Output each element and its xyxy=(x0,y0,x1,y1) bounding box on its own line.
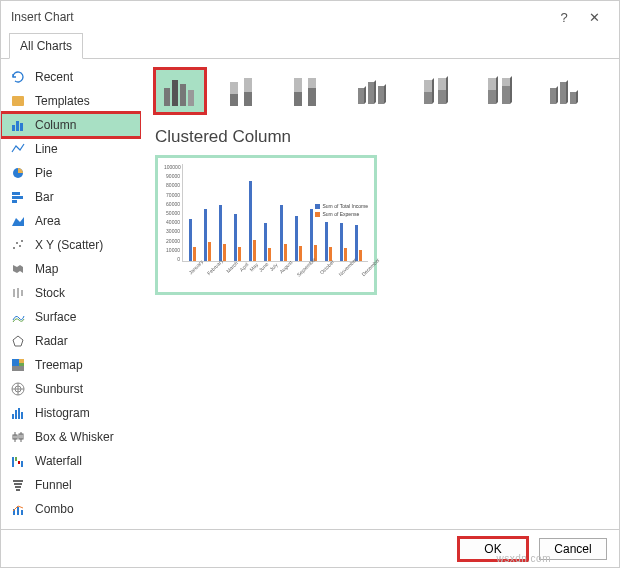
svg-rect-49 xyxy=(230,94,238,106)
chart-preview[interactable]: 0100002000030000400005000060000700008000… xyxy=(155,155,377,295)
subtype-3d-column[interactable] xyxy=(539,69,589,113)
radar-icon xyxy=(9,334,27,348)
funnel-icon xyxy=(9,478,27,492)
sidebar-item-label: Waterfall xyxy=(35,454,82,468)
sidebar-item-label: Sunburst xyxy=(35,382,83,396)
chart-legend: Sum of Total IncomeSum of Expense xyxy=(315,203,369,219)
svg-rect-18 xyxy=(19,359,24,363)
svg-rect-59 xyxy=(368,82,374,104)
column-icon xyxy=(9,118,27,132)
svg-rect-57 xyxy=(358,88,364,104)
subtype-3d-clustered-column[interactable] xyxy=(347,69,397,113)
svg-rect-3 xyxy=(20,123,23,131)
svg-marker-71 xyxy=(496,76,498,104)
subtype-stacked-column[interactable] xyxy=(219,69,269,113)
ok-button[interactable]: OK xyxy=(459,538,527,560)
sidebar-item-map[interactable]: Map xyxy=(1,257,141,281)
svg-rect-79 xyxy=(570,92,576,104)
svg-rect-70 xyxy=(488,90,496,104)
svg-rect-36 xyxy=(21,461,23,467)
help-button[interactable]: ? xyxy=(549,7,579,27)
svg-rect-37 xyxy=(13,480,23,482)
subtype-clustered-column[interactable] xyxy=(155,69,205,113)
svg-rect-38 xyxy=(14,483,22,485)
sidebar-item-xy[interactable]: X Y (Scatter) xyxy=(1,233,141,257)
sidebar-item-label: Column xyxy=(35,118,76,132)
sidebar-item-area[interactable]: Area xyxy=(1,209,141,233)
sidebar: RecentTemplatesColumnLinePieBarAreaX Y (… xyxy=(1,59,141,519)
sidebar-item-stock[interactable]: Stock xyxy=(1,281,141,305)
sidebar-item-pie[interactable]: Pie xyxy=(1,161,141,185)
sidebar-item-surface[interactable]: Surface xyxy=(1,305,141,329)
sidebar-item-bar[interactable]: Bar xyxy=(1,185,141,209)
sidebar-item-treemap[interactable]: Treemap xyxy=(1,353,141,377)
subtype-3d-stacked-column[interactable] xyxy=(411,69,461,113)
close-button[interactable]: ✕ xyxy=(579,7,609,27)
xy-icon xyxy=(9,238,27,252)
histogram-icon xyxy=(9,406,27,420)
sidebar-item-line[interactable]: Line xyxy=(1,137,141,161)
svg-rect-55 xyxy=(308,88,316,106)
preview-title: Clustered Column xyxy=(155,127,605,147)
svg-rect-27 xyxy=(18,408,20,419)
treemap-icon xyxy=(9,358,27,372)
svg-rect-17 xyxy=(12,359,19,366)
stock-icon xyxy=(9,286,27,300)
svg-rect-40 xyxy=(16,489,20,491)
svg-rect-45 xyxy=(172,80,178,106)
sidebar-item-recent[interactable]: Recent xyxy=(1,65,141,89)
svg-rect-67 xyxy=(438,90,446,104)
sidebar-item-column[interactable]: Column xyxy=(1,113,141,137)
svg-rect-7 xyxy=(12,200,17,203)
y-axis: 0100002000030000400005000060000700008000… xyxy=(164,164,182,262)
cancel-button[interactable]: Cancel xyxy=(539,538,607,560)
sidebar-item-label: Combo xyxy=(35,502,74,516)
svg-rect-0 xyxy=(12,96,24,106)
sidebar-item-funnel[interactable]: Funnel xyxy=(1,473,141,497)
sidebar-item-label: Box & Whisker xyxy=(35,430,114,444)
sidebar-item-label: Pie xyxy=(35,166,52,180)
svg-rect-51 xyxy=(244,92,252,106)
map-icon xyxy=(9,262,27,276)
sidebar-item-label: Treemap xyxy=(35,358,83,372)
sidebar-item-boxwhisker[interactable]: Box & Whisker xyxy=(1,425,141,449)
sidebar-item-sunburst[interactable]: Sunburst xyxy=(1,377,141,401)
sidebar-item-histogram[interactable]: Histogram xyxy=(1,401,141,425)
waterfall-icon xyxy=(9,454,27,468)
svg-rect-5 xyxy=(12,192,20,195)
sidebar-item-waterfall[interactable]: Waterfall xyxy=(1,449,141,473)
sidebar-item-templates[interactable]: Templates xyxy=(1,89,141,113)
svg-marker-65 xyxy=(432,78,434,104)
subtype-100-stacked-column[interactable] xyxy=(283,69,333,113)
subtype-3d-100-stacked-column[interactable] xyxy=(475,69,525,113)
svg-rect-25 xyxy=(12,414,14,419)
subtype-row xyxy=(155,69,605,113)
sidebar-item-label: Map xyxy=(35,262,58,276)
svg-marker-16 xyxy=(13,336,23,346)
svg-rect-43 xyxy=(21,510,23,515)
svg-rect-64 xyxy=(424,92,432,104)
svg-rect-28 xyxy=(21,412,23,419)
tab-all-charts[interactable]: All Charts xyxy=(9,33,83,59)
footer: OK Cancel xyxy=(1,529,619,567)
x-axis-labels: JanuaryFebruaryMarchAprilMayJuneJulyAugu… xyxy=(182,262,368,272)
templates-icon xyxy=(9,94,27,108)
svg-marker-78 xyxy=(566,80,568,104)
tab-strip: All Charts xyxy=(1,33,619,59)
svg-rect-75 xyxy=(550,88,556,104)
svg-marker-76 xyxy=(556,86,558,104)
svg-marker-58 xyxy=(364,86,366,104)
sidebar-item-label: X Y (Scatter) xyxy=(35,238,103,252)
svg-marker-74 xyxy=(510,76,512,104)
svg-point-10 xyxy=(16,242,18,244)
sidebar-item-combo[interactable]: Combo xyxy=(1,497,141,519)
svg-rect-46 xyxy=(180,84,186,106)
svg-rect-19 xyxy=(19,363,24,366)
pie-icon xyxy=(9,166,27,180)
sidebar-item-label: Histogram xyxy=(35,406,90,420)
sidebar-item-radar[interactable]: Radar xyxy=(1,329,141,353)
surface-icon xyxy=(9,310,27,324)
svg-marker-8 xyxy=(12,217,24,226)
dialog-title: Insert Chart xyxy=(11,10,549,24)
svg-marker-80 xyxy=(576,90,578,104)
